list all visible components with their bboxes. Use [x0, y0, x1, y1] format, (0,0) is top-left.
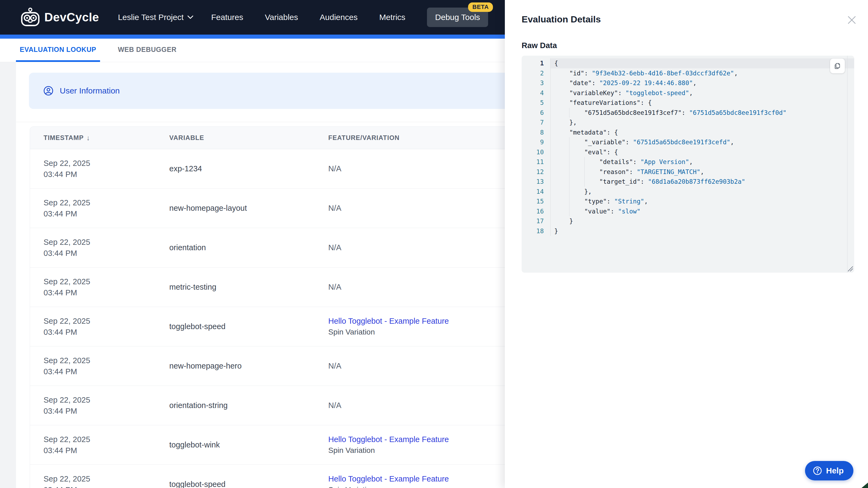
main-nav: Leslie Test Project Features Variables A… [118, 7, 488, 27]
beta-badge: BETA [468, 2, 493, 12]
nav-item-variables[interactable]: Variables [265, 13, 298, 22]
line-content: "details": "App Version", [551, 157, 854, 167]
help-label: Help [826, 466, 844, 475]
copy-code-button[interactable] [830, 58, 845, 73]
line-number: 15 [522, 196, 551, 206]
indent-guide [569, 137, 569, 147]
code-line: 3"date": "2025-09-22 19:44:46.880", [522, 78, 854, 88]
raw-data-label: Raw Data [522, 41, 557, 50]
code-line: 15"type": "String", [522, 196, 854, 206]
line-number: 8 [522, 128, 551, 137]
line-number: 4 [522, 88, 551, 98]
code-line: 6"6751d5a65bdc8ee191f3cef7": "6751d5a65b… [522, 108, 854, 118]
indent-guide [569, 206, 569, 217]
debug-tools-button[interactable]: Debug Tools BETA [427, 7, 488, 27]
timestamp-time: 03:44 PM [43, 327, 156, 338]
tab-evaluation-lookup[interactable]: EVALUATION LOOKUP [16, 39, 100, 62]
line-content: { [551, 58, 854, 68]
line-content: "type": "String", [551, 196, 854, 206]
variable-header-label: VARIABLE [169, 134, 204, 141]
timestamp-time: 03:44 PM [43, 208, 156, 219]
timestamp-date: Sep 22, 2025 [43, 237, 156, 248]
project-name: Leslie Test Project [118, 13, 184, 22]
line-number: 18 [522, 226, 551, 236]
line-number: 11 [522, 157, 551, 167]
timestamp-time: 03:44 PM [43, 169, 156, 180]
variable-name: orientation [169, 243, 315, 252]
indent-guide [584, 157, 585, 167]
variable-cell: orientation [156, 243, 315, 252]
help-button[interactable]: Help [805, 461, 854, 481]
line-content: "id": "9f3e4b32-6ebb-4d16-8bef-03dccf3df… [551, 68, 854, 78]
timestamp-time: 03:44 PM [43, 485, 156, 488]
line-content: } [551, 226, 854, 236]
timestamp-date: Sep 22, 2025 [43, 197, 156, 208]
timestamp-header-label: TIMESTAMP [43, 134, 84, 141]
column-header-timestamp[interactable]: TIMESTAMP ↓ [30, 134, 156, 142]
variable-cell: exp-1234 [156, 164, 315, 173]
code-line: 9"_variable": "6751d5a65bdc8ee191f3cefd"… [522, 137, 854, 147]
feature-variation-header-label: FEATURE/VARIATION [328, 134, 400, 141]
code-scrollbar-gutter[interactable] [847, 56, 854, 273]
debug-tools-label: Debug Tools [435, 13, 480, 22]
resize-handle-icon[interactable] [847, 265, 854, 272]
code-line: 18} [522, 226, 854, 236]
timestamp-time: 03:44 PM [43, 366, 156, 377]
timestamp-time: 03:44 PM [43, 287, 156, 298]
line-content: "eval": { [551, 147, 854, 157]
feature-link[interactable]: Hello Togglebot - Example Feature [328, 317, 449, 325]
timestamp-cell: Sep 22, 202503:44 PM [30, 394, 156, 417]
nav-item-metrics[interactable]: Metrics [379, 13, 405, 22]
indent-guide [584, 177, 585, 187]
indent-guide [569, 196, 569, 206]
line-content: "metadata": { [551, 128, 854, 137]
project-selector[interactable]: Leslie Test Project [118, 13, 193, 22]
variable-name: exp-1234 [169, 164, 315, 173]
code-line: 2"id": "9f3e4b32-6ebb-4d16-8bef-03dccf3d… [522, 68, 854, 78]
timestamp-time: 03:44 PM [43, 248, 156, 259]
indent-guide [569, 108, 569, 118]
brand-name: DevCycle [44, 10, 99, 24]
line-number: 7 [522, 118, 551, 128]
line-content: "value": "slow" [551, 206, 854, 217]
variable-cell: metric-testing [156, 283, 315, 292]
code-line: 8"metadata": { [522, 128, 854, 137]
variable-name: new-homepage-hero [169, 362, 315, 370]
timestamp-cell: Sep 22, 202503:44 PM [30, 434, 156, 456]
line-number: 3 [522, 78, 551, 88]
timestamp-cell: Sep 22, 202503:44 PM [30, 355, 156, 377]
timestamp-date: Sep 22, 2025 [43, 158, 156, 169]
timestamp-date: Sep 22, 2025 [43, 474, 156, 485]
indent-guide [584, 167, 585, 177]
close-panel-button[interactable] [846, 14, 858, 26]
devcycle-logo[interactable]: DevCycle [21, 7, 99, 27]
question-circle-icon [812, 466, 822, 476]
variable-name: new-homepage-layout [169, 204, 315, 213]
nav-item-audiences[interactable]: Audiences [320, 13, 358, 22]
indent-guide [569, 167, 569, 177]
indent-guide [569, 187, 569, 197]
feature-link[interactable]: Hello Togglebot - Example Feature [328, 435, 449, 444]
line-number: 13 [522, 177, 551, 187]
line-content: } [551, 216, 854, 226]
code-line: 1{ [522, 58, 854, 68]
line-number: 5 [522, 98, 551, 108]
variable-cell: new-homepage-hero [156, 362, 315, 370]
variable-cell: togglebot-speed [156, 322, 315, 331]
indent-guide [569, 177, 569, 187]
line-content: "variableKey": "togglebot-speed", [551, 88, 854, 98]
tab-web-debugger[interactable]: WEB DEBUGGER [114, 39, 180, 62]
line-content: "_variable": "6751d5a65bdc8ee191f3cefd", [551, 137, 854, 147]
code-line: 11"details": "App Version", [522, 157, 854, 167]
line-number: 14 [522, 187, 551, 197]
sort-descending-icon: ↓ [87, 134, 90, 142]
variable-cell: orientation-string [156, 401, 315, 410]
copy-icon [834, 62, 841, 70]
devcycle-robot-icon [21, 7, 40, 27]
variable-name: togglebot-speed [169, 480, 315, 488]
nav-item-features[interactable]: Features [211, 13, 243, 22]
feature-link[interactable]: Hello Togglebot - Example Feature [328, 475, 449, 483]
timestamp-cell: Sep 22, 202503:44 PM [30, 197, 156, 219]
column-header-variable[interactable]: VARIABLE [156, 134, 315, 141]
indent-guide [569, 147, 569, 157]
